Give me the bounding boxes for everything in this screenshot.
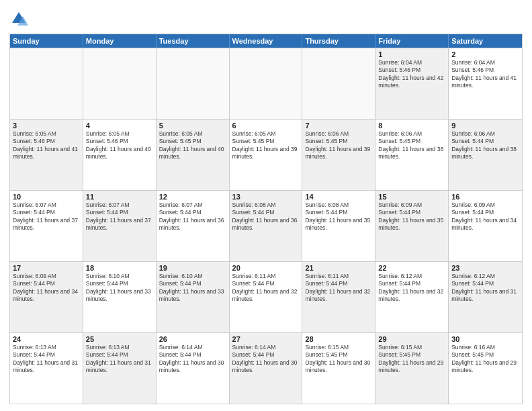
cell-info: Sunrise: 6:15 AM Sunset: 5:45 PM Dayligh… — [305, 344, 372, 375]
cal-cell-16: 16Sunrise: 6:09 AM Sunset: 5:44 PM Dayli… — [449, 191, 522, 261]
cell-info: Sunrise: 6:15 AM Sunset: 5:45 PM Dayligh… — [378, 344, 445, 375]
cal-cell-empty-0-0 — [10, 48, 83, 119]
cell-info: Sunrise: 6:09 AM Sunset: 5:44 PM Dayligh… — [13, 273, 80, 304]
header-day-wednesday: Wednesday — [230, 34, 303, 48]
cal-cell-19: 19Sunrise: 6:10 AM Sunset: 5:44 PM Dayli… — [157, 262, 230, 332]
cell-info: Sunrise: 6:05 AM Sunset: 5:46 PM Dayligh… — [86, 130, 153, 161]
header-day-friday: Friday — [375, 34, 449, 48]
cell-info: Sunrise: 6:10 AM Sunset: 5:44 PM Dayligh… — [86, 273, 153, 304]
cal-cell-20: 20Sunrise: 6:11 AM Sunset: 5:44 PM Dayli… — [230, 262, 303, 332]
cal-cell-14: 14Sunrise: 6:08 AM Sunset: 5:44 PM Dayli… — [302, 191, 375, 261]
logo-icon — [9, 9, 28, 28]
day-number: 30 — [451, 335, 519, 343]
day-number: 7 — [305, 122, 372, 130]
day-number: 1 — [378, 50, 445, 58]
day-number: 21 — [305, 264, 372, 272]
day-number: 8 — [378, 122, 445, 130]
cell-info: Sunrise: 6:11 AM Sunset: 5:44 PM Dayligh… — [232, 273, 300, 304]
calendar-header: SundayMondayTuesdayWednesdayThursdayFrid… — [10, 34, 522, 48]
day-number: 3 — [13, 122, 80, 130]
cell-info: Sunrise: 6:10 AM Sunset: 5:44 PM Dayligh… — [159, 273, 226, 304]
day-number: 11 — [86, 193, 153, 201]
logo — [9, 9, 31, 28]
cal-cell-empty-0-1 — [83, 48, 157, 119]
cell-info: Sunrise: 6:08 AM Sunset: 5:44 PM Dayligh… — [305, 201, 372, 232]
day-number: 5 — [159, 122, 226, 130]
cal-cell-12: 12Sunrise: 6:07 AM Sunset: 5:44 PM Dayli… — [157, 191, 230, 261]
cal-cell-empty-0-2 — [157, 48, 230, 119]
calendar: SundayMondayTuesdayWednesdayThursdayFrid… — [9, 34, 523, 404]
cell-info: Sunrise: 6:09 AM Sunset: 5:44 PM Dayligh… — [451, 201, 519, 232]
cal-cell-15: 15Sunrise: 6:09 AM Sunset: 5:44 PM Dayli… — [375, 191, 449, 261]
cal-cell-29: 29Sunrise: 6:15 AM Sunset: 5:45 PM Dayli… — [375, 333, 449, 404]
cal-cell-empty-0-4 — [302, 48, 375, 119]
cell-info: Sunrise: 6:07 AM Sunset: 5:44 PM Dayligh… — [86, 201, 153, 232]
cal-cell-8: 8Sunrise: 6:06 AM Sunset: 5:45 PM Daylig… — [375, 120, 449, 190]
day-number: 23 — [451, 264, 519, 272]
day-number: 27 — [232, 335, 300, 343]
calendar-row-4: 17Sunrise: 6:09 AM Sunset: 5:44 PM Dayli… — [10, 261, 522, 332]
day-number: 2 — [451, 50, 519, 58]
cal-cell-24: 24Sunrise: 6:13 AM Sunset: 5:44 PM Dayli… — [10, 333, 83, 404]
cell-info: Sunrise: 6:12 AM Sunset: 5:44 PM Dayligh… — [451, 273, 519, 304]
cal-cell-28: 28Sunrise: 6:15 AM Sunset: 5:45 PM Dayli… — [302, 333, 375, 404]
day-number: 19 — [159, 264, 226, 272]
cell-info: Sunrise: 6:09 AM Sunset: 5:44 PM Dayligh… — [378, 201, 445, 232]
cell-info: Sunrise: 6:11 AM Sunset: 5:44 PM Dayligh… — [305, 273, 372, 304]
day-number: 15 — [378, 193, 445, 201]
cal-cell-10: 10Sunrise: 6:07 AM Sunset: 5:44 PM Dayli… — [10, 191, 83, 261]
cell-info: Sunrise: 6:05 AM Sunset: 5:46 PM Dayligh… — [13, 130, 80, 161]
cell-info: Sunrise: 6:06 AM Sunset: 5:45 PM Dayligh… — [378, 130, 445, 161]
day-number: 12 — [159, 193, 226, 201]
day-number: 13 — [232, 193, 300, 201]
day-number: 26 — [159, 335, 226, 343]
cal-cell-27: 27Sunrise: 6:14 AM Sunset: 5:44 PM Dayli… — [230, 333, 303, 404]
day-number: 18 — [86, 264, 153, 272]
day-number: 29 — [378, 335, 445, 343]
cal-cell-7: 7Sunrise: 6:06 AM Sunset: 5:45 PM Daylig… — [302, 120, 375, 190]
day-number: 9 — [451, 122, 519, 130]
header-day-thursday: Thursday — [302, 34, 375, 48]
cal-cell-6: 6Sunrise: 6:05 AM Sunset: 5:45 PM Daylig… — [230, 120, 303, 190]
day-number: 6 — [232, 122, 300, 130]
cal-cell-26: 26Sunrise: 6:14 AM Sunset: 5:44 PM Dayli… — [157, 333, 230, 404]
cell-info: Sunrise: 6:04 AM Sunset: 5:46 PM Dayligh… — [451, 59, 519, 90]
day-number: 17 — [13, 264, 80, 272]
cell-info: Sunrise: 6:06 AM Sunset: 5:45 PM Dayligh… — [305, 130, 372, 161]
cell-info: Sunrise: 6:05 AM Sunset: 5:45 PM Dayligh… — [232, 130, 300, 161]
cell-info: Sunrise: 6:05 AM Sunset: 5:45 PM Dayligh… — [159, 130, 226, 161]
cell-info: Sunrise: 6:07 AM Sunset: 5:44 PM Dayligh… — [13, 201, 80, 232]
calendar-body: 1Sunrise: 6:04 AM Sunset: 5:46 PM Daylig… — [10, 48, 522, 404]
cal-cell-5: 5Sunrise: 6:05 AM Sunset: 5:45 PM Daylig… — [157, 120, 230, 190]
header-day-saturday: Saturday — [449, 34, 522, 48]
day-number: 14 — [305, 193, 372, 201]
header-day-tuesday: Tuesday — [157, 34, 230, 48]
cal-cell-2: 2Sunrise: 6:04 AM Sunset: 5:46 PM Daylig… — [449, 48, 522, 119]
cell-info: Sunrise: 6:06 AM Sunset: 5:44 PM Dayligh… — [451, 130, 519, 161]
cal-cell-23: 23Sunrise: 6:12 AM Sunset: 5:44 PM Dayli… — [449, 262, 522, 332]
page: SundayMondayTuesdayWednesdayThursdayFrid… — [0, 0, 532, 411]
cal-cell-30: 30Sunrise: 6:16 AM Sunset: 5:45 PM Dayli… — [449, 333, 522, 404]
cell-info: Sunrise: 6:14 AM Sunset: 5:44 PM Dayligh… — [232, 344, 300, 375]
day-number: 22 — [378, 264, 445, 272]
cal-cell-17: 17Sunrise: 6:09 AM Sunset: 5:44 PM Dayli… — [10, 262, 83, 332]
cal-cell-18: 18Sunrise: 6:10 AM Sunset: 5:44 PM Dayli… — [83, 262, 157, 332]
cell-info: Sunrise: 6:13 AM Sunset: 5:44 PM Dayligh… — [13, 344, 80, 375]
cal-cell-13: 13Sunrise: 6:08 AM Sunset: 5:44 PM Dayli… — [230, 191, 303, 261]
day-number: 20 — [232, 264, 300, 272]
cell-info: Sunrise: 6:13 AM Sunset: 5:44 PM Dayligh… — [86, 344, 153, 375]
cal-cell-21: 21Sunrise: 6:11 AM Sunset: 5:44 PM Dayli… — [302, 262, 375, 332]
cal-cell-25: 25Sunrise: 6:13 AM Sunset: 5:44 PM Dayli… — [83, 333, 157, 404]
calendar-row-1: 1Sunrise: 6:04 AM Sunset: 5:46 PM Daylig… — [10, 48, 522, 119]
header-day-sunday: Sunday — [10, 34, 83, 48]
header — [9, 7, 523, 28]
cell-info: Sunrise: 6:08 AM Sunset: 5:44 PM Dayligh… — [232, 201, 300, 232]
cal-cell-empty-0-3 — [230, 48, 303, 119]
day-number: 28 — [305, 335, 372, 343]
cal-cell-3: 3Sunrise: 6:05 AM Sunset: 5:46 PM Daylig… — [10, 120, 83, 190]
cell-info: Sunrise: 6:12 AM Sunset: 5:44 PM Dayligh… — [378, 273, 445, 304]
cal-cell-22: 22Sunrise: 6:12 AM Sunset: 5:44 PM Dayli… — [375, 262, 449, 332]
cal-cell-4: 4Sunrise: 6:05 AM Sunset: 5:46 PM Daylig… — [83, 120, 157, 190]
cal-cell-11: 11Sunrise: 6:07 AM Sunset: 5:44 PM Dayli… — [83, 191, 157, 261]
cell-info: Sunrise: 6:16 AM Sunset: 5:45 PM Dayligh… — [451, 344, 519, 375]
